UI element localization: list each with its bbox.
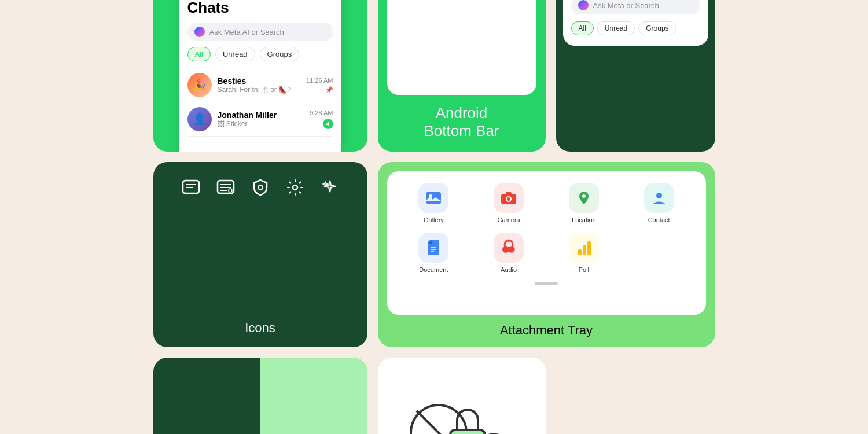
attachment-tray-card: Gallery Camera Location: [378, 162, 715, 347]
audio-label: Audio: [501, 266, 517, 273]
location-label: Location: [572, 216, 596, 223]
filter-pill-unread[interactable]: Unread: [597, 21, 635, 35]
attachment-gallery[interactable]: Gallery: [401, 183, 467, 223]
attachment-location[interactable]: Location: [551, 183, 617, 223]
svg-rect-42: [583, 245, 586, 255]
contact-icon-wrap: [644, 183, 674, 213]
updates-nav-label: Updates: [429, 0, 450, 3]
chat-item-jonathan[interactable]: 👤 Jonathan Miller 🖼 Sticker 9:28 AM 4: [187, 102, 333, 137]
jonathan-time: 9:28 AM: [310, 109, 333, 116]
filters-search-text: Ask Meta or Search: [593, 1, 659, 10]
filters-pills: All Unread Groups: [571, 21, 700, 35]
document-label: Document: [419, 266, 448, 273]
lock-illustration: [404, 375, 520, 434]
svg-rect-43: [587, 241, 591, 255]
attachment-document[interactable]: Document: [401, 233, 467, 273]
calls-nav-label: Calls: [506, 0, 518, 3]
filter-pill-groups[interactable]: Groups: [638, 21, 676, 35]
color-light-half: [260, 358, 367, 434]
camera-icon-wrap: [494, 183, 524, 213]
android-bottom-bar-card: 👤 Steven Thompson ✓ Hey! How are you? 🎥 …: [378, 0, 546, 152]
pin-icon: 📌: [325, 86, 333, 94]
ios-phone-mockup: ··· 📷 + Chats Ask Meta AI or Search All …: [179, 0, 341, 152]
attachment-contact[interactable]: Contact: [626, 183, 692, 223]
svg-point-9: [293, 185, 297, 190]
svg-point-31: [656, 193, 662, 198]
android-top-area: 👤 Steven Thompson ✓ Hey! How are you? 🎥 …: [387, 0, 536, 95]
svg-point-8: [258, 185, 263, 190]
filter-pills: All Unread Groups: [187, 47, 333, 61]
besties-meta: 11:26 AM 📌: [306, 77, 333, 94]
illustration-image-area: [404, 375, 520, 434]
gallery-label: Gallery: [424, 216, 444, 223]
filters-phone-mockup: WhatsApp 📷 ⋮ Ask Meta or Search All Unre…: [563, 0, 708, 46]
attachment-audio[interactable]: Audio: [476, 233, 542, 273]
chat-filters-card: Chat Filters WhatsApp 📷 ⋮ Ask Meta or Se…: [556, 0, 715, 152]
document-icon-wrap: [418, 233, 448, 263]
filter-pill-all[interactable]: All: [571, 21, 594, 35]
android-nav-updates[interactable]: 🔄 Updates: [429, 0, 450, 3]
attachment-poll[interactable]: Poll: [551, 233, 617, 273]
svg-point-28: [507, 197, 510, 201]
besties-time: 11:26 AM: [306, 77, 333, 84]
svg-rect-12: [450, 430, 485, 434]
sparkle-icon: [321, 178, 339, 201]
svg-point-7: [229, 189, 232, 192]
main-grid: iOS Top Bar ··· 📷 + Chats Ask Meta AI or…: [153, 0, 715, 434]
android-nav-bar: 💬 Chats 🔄 Updates 👥 Communities 📞 Calls: [394, 0, 529, 9]
ios-search-bar[interactable]: Ask Meta AI or Search: [187, 23, 333, 41]
jonathan-badge: 4: [323, 119, 333, 129]
jonathan-meta: 9:28 AM 4: [310, 109, 333, 129]
jonathan-preview: 🖼 Sticker: [218, 120, 304, 128]
besties-preview: Sarah: For tn: 🍴or 👠?: [218, 86, 301, 94]
attachment-top-row: Gallery Camera Location: [401, 183, 692, 273]
icons-card-label: Icons: [245, 321, 275, 336]
besties-avatar: 🎉: [187, 73, 212, 97]
illustrations-card: Illustrations: [378, 358, 546, 434]
jonathan-name: Jonathan Miller: [218, 111, 304, 120]
jonathan-avatar: 👤: [187, 107, 212, 131]
filter-groups[interactable]: Groups: [260, 47, 300, 61]
filter-all[interactable]: All: [187, 47, 211, 61]
ios-top-bar-card: iOS Top Bar ··· 📷 + Chats Ask Meta AI or…: [153, 0, 367, 152]
besties-name: Besties: [218, 76, 301, 86]
android-nav-chats[interactable]: 💬 Chats: [403, 0, 418, 3]
meta-ai-icon: [194, 27, 205, 37]
communities-nav-label: Communities: [461, 0, 494, 3]
shield-icon: [251, 178, 270, 201]
filter-unread[interactable]: Unread: [215, 47, 255, 61]
attachment-phone-mockup: Gallery Camera Location: [387, 171, 706, 315]
poll-label: Poll: [579, 266, 589, 273]
svg-rect-24: [426, 192, 441, 204]
settings-icon: [286, 178, 304, 201]
camera-label: Camera: [498, 216, 520, 223]
colors-card: Colors: [153, 358, 367, 434]
filters-search-bar[interactable]: Ask Meta or Search: [571, 0, 700, 14]
list-icon: [216, 178, 235, 201]
contact-label: Contact: [648, 216, 670, 223]
poll-icon-wrap: [569, 233, 599, 263]
svg-rect-29: [506, 192, 512, 195]
chat-item-besties[interactable]: 🎉 Besties Sarah: For tn: 🍴or 👠? 11:26 AM…: [187, 68, 333, 102]
chats-nav-label: Chats: [403, 0, 418, 3]
android-card-label: AndroidBottom Bar: [378, 95, 546, 152]
meta-circle-icon: [578, 0, 589, 10]
location-icon-wrap: [569, 183, 599, 213]
attachment-camera[interactable]: Camera: [476, 183, 542, 223]
color-dark-half: Colors: [153, 358, 260, 434]
icons-row: [182, 178, 339, 201]
android-nav-calls[interactable]: 📞 Calls: [505, 0, 520, 3]
svg-rect-41: [578, 249, 582, 255]
bottom-handle: [535, 282, 558, 285]
jonathan-info: Jonathan Miller 🖼 Sticker: [218, 111, 304, 128]
chat-icon: [182, 178, 200, 201]
chats-title: Chats: [187, 0, 333, 17]
search-placeholder: Ask Meta AI or Search: [209, 28, 284, 36]
gallery-icon-wrap: [418, 183, 448, 213]
audio-icon-wrap: [494, 233, 524, 263]
svg-point-30: [582, 194, 586, 198]
android-nav-communities[interactable]: 👥 Communities: [461, 0, 494, 3]
icons-card: Icons: [153, 162, 367, 347]
besties-info: Besties Sarah: For tn: 🍴or 👠?: [218, 76, 301, 94]
attachment-tray-label: Attachment Tray: [500, 315, 593, 347]
